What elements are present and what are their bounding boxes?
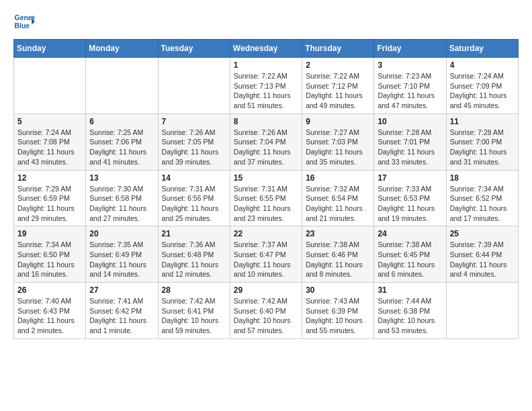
logo-icon: General Blue xyxy=(13,11,35,32)
weekday-header-thursday: Thursday xyxy=(302,40,374,58)
day-info: Sunrise: 7:34 AMSunset: 6:52 PMDaylight:… xyxy=(450,184,515,224)
calendar-cell: 19Sunrise: 7:34 AMSunset: 6:50 PMDayligh… xyxy=(14,226,86,283)
day-info: Sunrise: 7:42 AMSunset: 6:40 PMDaylight:… xyxy=(234,296,298,336)
day-number: 28 xyxy=(162,285,226,295)
day-number: 18 xyxy=(450,173,515,183)
day-number: 2 xyxy=(306,60,370,70)
day-number: 31 xyxy=(378,285,442,295)
day-number: 7 xyxy=(162,117,226,126)
day-info: Sunrise: 7:31 AMSunset: 6:55 PMDaylight:… xyxy=(234,184,298,224)
day-info: Sunrise: 7:40 AMSunset: 6:43 PMDaylight:… xyxy=(17,296,82,336)
calendar-cell: 29Sunrise: 7:42 AMSunset: 6:40 PMDayligh… xyxy=(230,283,302,339)
calendar-cell: 21Sunrise: 7:36 AMSunset: 6:48 PMDayligh… xyxy=(158,226,230,283)
header: General Blue xyxy=(13,11,519,32)
calendar-week-4: 19Sunrise: 7:34 AMSunset: 6:50 PMDayligh… xyxy=(14,226,519,283)
day-info: Sunrise: 7:41 AMSunset: 6:42 PMDaylight:… xyxy=(89,296,154,336)
day-info: Sunrise: 7:38 AMSunset: 6:46 PMDaylight:… xyxy=(306,240,370,279)
day-number: 21 xyxy=(162,229,226,238)
day-number: 8 xyxy=(234,117,298,126)
day-number: 24 xyxy=(378,229,442,238)
calendar-cell: 4Sunrise: 7:24 AMSunset: 7:09 PMDaylight… xyxy=(446,58,518,114)
day-number: 6 xyxy=(89,117,154,126)
day-info: Sunrise: 7:28 AMSunset: 7:01 PMDaylight:… xyxy=(378,128,442,167)
calendar-week-2: 5Sunrise: 7:24 AMSunset: 7:08 PMDaylight… xyxy=(14,113,519,170)
day-info: Sunrise: 7:26 AMSunset: 7:04 PMDaylight:… xyxy=(234,128,298,167)
weekday-header-wednesday: Wednesday xyxy=(230,40,302,58)
calendar-cell: 5Sunrise: 7:24 AMSunset: 7:08 PMDaylight… xyxy=(14,113,86,170)
day-number: 5 xyxy=(17,117,82,126)
day-number: 20 xyxy=(89,229,154,238)
day-number: 3 xyxy=(378,60,442,70)
day-number: 11 xyxy=(450,117,515,126)
day-number: 17 xyxy=(378,173,442,183)
calendar-cell xyxy=(446,283,518,339)
day-info: Sunrise: 7:22 AMSunset: 7:12 PMDaylight:… xyxy=(306,71,370,111)
day-info: Sunrise: 7:29 AMSunset: 6:59 PMDaylight:… xyxy=(17,184,82,224)
day-number: 16 xyxy=(306,173,370,183)
calendar-cell: 12Sunrise: 7:29 AMSunset: 6:59 PMDayligh… xyxy=(14,170,86,226)
day-info: Sunrise: 7:24 AMSunset: 7:09 PMDaylight:… xyxy=(450,71,515,111)
calendar-cell: 2Sunrise: 7:22 AMSunset: 7:12 PMDaylight… xyxy=(302,58,374,114)
calendar-cell: 25Sunrise: 7:39 AMSunset: 6:44 PMDayligh… xyxy=(446,226,518,283)
day-number: 25 xyxy=(450,229,515,238)
calendar-week-3: 12Sunrise: 7:29 AMSunset: 6:59 PMDayligh… xyxy=(14,170,519,226)
calendar-cell: 1Sunrise: 7:22 AMSunset: 7:13 PMDaylight… xyxy=(230,58,302,114)
day-number: 14 xyxy=(162,173,226,183)
day-number: 19 xyxy=(17,229,82,238)
day-info: Sunrise: 7:32 AMSunset: 6:54 PMDaylight:… xyxy=(306,184,370,224)
weekday-header-saturday: Saturday xyxy=(446,40,518,58)
calendar-cell: 17Sunrise: 7:33 AMSunset: 6:53 PMDayligh… xyxy=(374,170,446,226)
day-info: Sunrise: 7:43 AMSunset: 6:39 PMDaylight:… xyxy=(306,296,370,336)
logo: General Blue xyxy=(13,11,38,32)
day-info: Sunrise: 7:44 AMSunset: 6:38 PMDaylight:… xyxy=(378,296,442,336)
calendar-cell: 9Sunrise: 7:27 AMSunset: 7:03 PMDaylight… xyxy=(302,113,374,170)
calendar-week-5: 26Sunrise: 7:40 AMSunset: 6:43 PMDayligh… xyxy=(14,283,519,339)
day-number: 1 xyxy=(234,60,298,70)
calendar-cell: 31Sunrise: 7:44 AMSunset: 6:38 PMDayligh… xyxy=(374,283,446,339)
day-info: Sunrise: 7:23 AMSunset: 7:10 PMDaylight:… xyxy=(378,71,442,111)
calendar-cell: 8Sunrise: 7:26 AMSunset: 7:04 PMDaylight… xyxy=(230,113,302,170)
day-info: Sunrise: 7:30 AMSunset: 6:58 PMDaylight:… xyxy=(89,184,154,224)
calendar-cell: 15Sunrise: 7:31 AMSunset: 6:55 PMDayligh… xyxy=(230,170,302,226)
calendar-cell: 26Sunrise: 7:40 AMSunset: 6:43 PMDayligh… xyxy=(14,283,86,339)
weekday-header-tuesday: Tuesday xyxy=(158,40,230,58)
calendar-cell: 6Sunrise: 7:25 AMSunset: 7:06 PMDaylight… xyxy=(86,113,158,170)
calendar-cell: 16Sunrise: 7:32 AMSunset: 6:54 PMDayligh… xyxy=(302,170,374,226)
calendar-cell: 7Sunrise: 7:26 AMSunset: 7:05 PMDaylight… xyxy=(158,113,230,170)
svg-text:Blue: Blue xyxy=(15,22,30,30)
calendar-cell: 27Sunrise: 7:41 AMSunset: 6:42 PMDayligh… xyxy=(86,283,158,339)
day-info: Sunrise: 7:34 AMSunset: 6:50 PMDaylight:… xyxy=(17,240,82,279)
day-info: Sunrise: 7:22 AMSunset: 7:13 PMDaylight:… xyxy=(234,71,298,111)
day-info: Sunrise: 7:38 AMSunset: 6:45 PMDaylight:… xyxy=(378,240,442,279)
day-number: 29 xyxy=(234,285,298,295)
day-number: 10 xyxy=(378,117,442,126)
day-info: Sunrise: 7:24 AMSunset: 7:08 PMDaylight:… xyxy=(17,128,82,167)
day-info: Sunrise: 7:31 AMSunset: 6:56 PMDaylight:… xyxy=(162,184,226,224)
weekday-header-row: SundayMondayTuesdayWednesdayThursdayFrid… xyxy=(14,40,519,58)
calendar-cell: 30Sunrise: 7:43 AMSunset: 6:39 PMDayligh… xyxy=(302,283,374,339)
day-info: Sunrise: 7:42 AMSunset: 6:41 PMDaylight:… xyxy=(162,296,226,336)
day-info: Sunrise: 7:25 AMSunset: 7:06 PMDaylight:… xyxy=(89,128,154,167)
calendar-week-1: 1Sunrise: 7:22 AMSunset: 7:13 PMDaylight… xyxy=(14,58,519,114)
calendar-cell xyxy=(158,58,230,114)
day-number: 26 xyxy=(17,285,82,295)
weekday-header-monday: Monday xyxy=(86,40,158,58)
day-number: 27 xyxy=(89,285,154,295)
calendar-cell: 28Sunrise: 7:42 AMSunset: 6:41 PMDayligh… xyxy=(158,283,230,339)
day-info: Sunrise: 7:26 AMSunset: 7:05 PMDaylight:… xyxy=(162,128,226,167)
day-info: Sunrise: 7:33 AMSunset: 6:53 PMDaylight:… xyxy=(378,184,442,224)
day-number: 30 xyxy=(306,285,370,295)
day-number: 9 xyxy=(306,117,370,126)
calendar-cell: 22Sunrise: 7:37 AMSunset: 6:47 PMDayligh… xyxy=(230,226,302,283)
day-number: 12 xyxy=(17,173,82,183)
calendar-table: SundayMondayTuesdayWednesdayThursdayFrid… xyxy=(13,39,519,339)
calendar-cell: 20Sunrise: 7:35 AMSunset: 6:49 PMDayligh… xyxy=(86,226,158,283)
day-info: Sunrise: 7:36 AMSunset: 6:48 PMDaylight:… xyxy=(162,240,226,279)
calendar-cell: 18Sunrise: 7:34 AMSunset: 6:52 PMDayligh… xyxy=(446,170,518,226)
day-info: Sunrise: 7:27 AMSunset: 7:03 PMDaylight:… xyxy=(306,128,370,167)
calendar-cell xyxy=(14,58,86,114)
page: General Blue SundayMondayTuesdayWednesda… xyxy=(0,0,532,411)
day-info: Sunrise: 7:28 AMSunset: 7:00 PMDaylight:… xyxy=(450,128,515,167)
day-info: Sunrise: 7:35 AMSunset: 6:49 PMDaylight:… xyxy=(89,240,154,279)
calendar-cell: 11Sunrise: 7:28 AMSunset: 7:00 PMDayligh… xyxy=(446,113,518,170)
